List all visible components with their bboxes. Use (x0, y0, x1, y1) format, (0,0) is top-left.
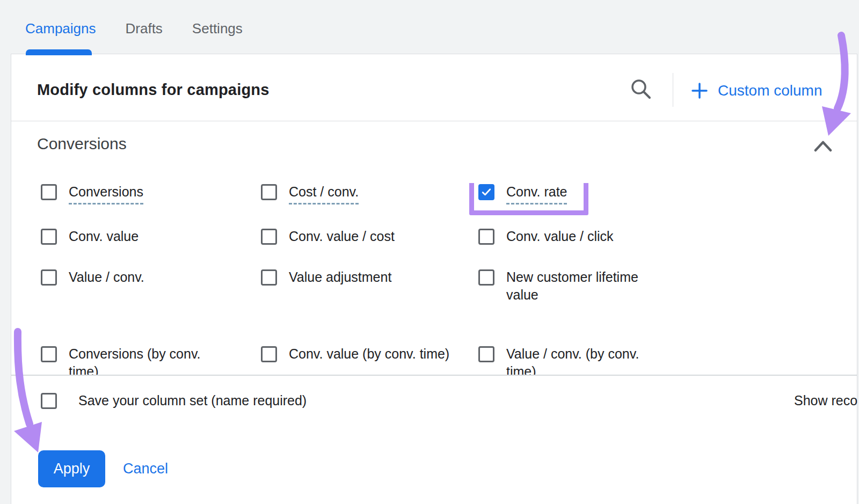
custom-column-label: Custom column (718, 82, 822, 99)
checkbox-unchecked[interactable] (478, 346, 494, 362)
active-tab-indicator (26, 49, 92, 55)
column-item[interactable]: Conv. value / cost (261, 228, 478, 245)
column-item[interactable]: New customer lifetime value (478, 268, 825, 304)
header-divider (673, 73, 673, 107)
column-item[interactable]: Conv. rate (478, 183, 825, 204)
column-item-label: Value / conv. (69, 268, 144, 286)
column-item[interactable]: Conversions (41, 183, 261, 204)
checkbox-unchecked[interactable] (478, 229, 494, 245)
column-item[interactable]: Conv. value / click (478, 228, 825, 245)
tab-drafts[interactable]: Drafts (126, 20, 163, 37)
chevron-up-icon (812, 138, 834, 154)
checkbox-unchecked[interactable] (261, 346, 277, 362)
column-item-label: Value / conv. (by conv. time) (506, 345, 667, 375)
save-column-set-row[interactable]: Save your column set (name required) (41, 392, 307, 409)
column-item-label: Conv. value (69, 228, 139, 245)
checkbox-unchecked[interactable] (261, 184, 277, 200)
checkbox-unchecked[interactable] (261, 229, 277, 245)
column-item-label: Cost / conv. (289, 183, 359, 204)
column-item-label: Conv. value (by conv. time) (289, 345, 449, 363)
save-column-set-label: Save your column set (name required) (78, 393, 307, 408)
checkbox-checked[interactable] (478, 184, 494, 200)
column-item-label: Conv. value / click (506, 228, 614, 245)
tab-campaigns[interactable]: Campaigns (25, 20, 96, 37)
apply-button[interactable]: Apply (38, 450, 105, 487)
column-item-label: Conv. rate (506, 183, 567, 204)
save-column-set-checkbox[interactable] (41, 393, 57, 409)
panel-header: Modify columns for campaigns Custom colu… (11, 54, 857, 121)
checkbox-unchecked[interactable] (41, 269, 57, 286)
column-item-label: Conversions (69, 183, 143, 204)
columns-list: ConversionsCost / conv.Conv. rateConv. v… (41, 183, 825, 375)
tab-settings[interactable]: Settings (192, 20, 243, 37)
custom-column-button[interactable]: Custom column (691, 80, 822, 101)
column-item[interactable]: Cost / conv. (261, 183, 478, 204)
checkbox-unchecked[interactable] (41, 229, 57, 245)
column-item-label: New customer lifetime value (506, 268, 667, 304)
column-item-label: Value adjustment (289, 268, 391, 286)
modify-columns-panel: Modify columns for campaigns Custom colu… (11, 54, 857, 504)
checkbox-unchecked[interactable] (478, 269, 494, 286)
column-item[interactable]: Conv. value (by conv. time) (261, 345, 478, 375)
column-item[interactable]: Value adjustment (261, 268, 478, 304)
column-item-label: Conv. value / cost (289, 228, 395, 245)
columns-grid: ConversionsCost / conv.Conv. rateConv. v… (41, 183, 825, 375)
search-button[interactable] (630, 78, 653, 101)
checkbox-unchecked[interactable] (41, 184, 57, 200)
plus-icon (691, 82, 708, 99)
tab-bar: Campaigns Drafts Settings (25, 20, 243, 37)
checkbox-unchecked[interactable] (261, 269, 277, 286)
dialog-title: Modify columns for campaigns (37, 81, 270, 99)
section-title-conversions: Conversions (37, 135, 127, 153)
checkmark-icon (480, 186, 493, 199)
search-icon (630, 78, 653, 101)
checkbox-unchecked[interactable] (41, 346, 57, 362)
panel-footer: Save your column set (name required) Sho… (11, 375, 857, 504)
column-item[interactable]: Value / conv. (41, 268, 261, 304)
column-item[interactable]: Value / conv. (by conv. time) (478, 345, 825, 375)
column-item[interactable]: Conversions (by conv. time) (41, 345, 261, 375)
column-item-label: Conversions (by conv. time) (69, 345, 230, 375)
collapse-section-button[interactable] (812, 138, 834, 154)
cancel-button[interactable]: Cancel (123, 450, 168, 487)
show-reco-link[interactable]: Show reco (794, 393, 857, 408)
column-item[interactable]: Conv. value (41, 228, 261, 245)
